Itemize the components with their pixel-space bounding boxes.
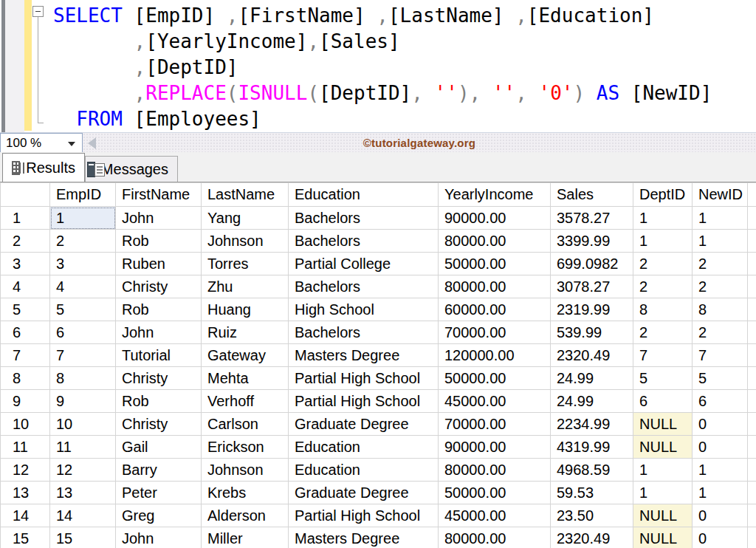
cell-yearlyincome[interactable]: 70000.00 xyxy=(439,413,551,436)
cell-newid[interactable]: 1 xyxy=(693,207,748,230)
cell-firstname[interactable]: Barry xyxy=(116,459,202,482)
row-number[interactable]: 7 xyxy=(1,344,50,367)
cell-empid[interactable]: 12 xyxy=(50,459,116,482)
row-number[interactable]: 13 xyxy=(1,482,50,504)
cell-education[interactable]: Bachelors xyxy=(289,230,439,253)
cell-sales[interactable]: 539.99 xyxy=(551,321,633,344)
cell-deptid[interactable]: 6 xyxy=(633,390,693,413)
cell-education[interactable]: Partial High School xyxy=(289,504,439,527)
cell-yearlyincome[interactable]: 80000.00 xyxy=(439,230,551,253)
cell-empid[interactable]: 5 xyxy=(50,298,116,321)
cell-firstname[interactable]: Ruben xyxy=(116,253,202,275)
row-number[interactable]: 10 xyxy=(1,413,50,436)
cell-lastname[interactable]: Yang xyxy=(202,207,289,230)
cell-education[interactable]: Bachelors xyxy=(289,207,439,230)
tab-results[interactable]: Results xyxy=(2,153,85,182)
row-number[interactable]: 15 xyxy=(1,527,50,548)
cell-deptid[interactable]: 8 xyxy=(633,298,693,321)
cell-lastname[interactable]: Zhu xyxy=(202,275,289,298)
cell-deptid[interactable]: 2 xyxy=(633,275,693,298)
cell-lastname[interactable]: Miller xyxy=(202,527,289,548)
column-header-firstname[interactable]: FirstName xyxy=(116,183,202,207)
cell-deptid[interactable]: NULL xyxy=(633,527,693,548)
cell-sales[interactable]: 3078.27 xyxy=(551,275,633,298)
row-number[interactable]: 1 xyxy=(1,207,50,230)
row-number[interactable]: 2 xyxy=(1,230,50,253)
row-number[interactable]: 6 xyxy=(1,321,50,344)
cell-newid[interactable]: 2 xyxy=(693,275,748,298)
cell-sales[interactable]: 3578.27 xyxy=(551,207,633,230)
cell-yearlyincome[interactable]: 80000.00 xyxy=(439,527,551,548)
cell-lastname[interactable]: Huang xyxy=(202,298,289,321)
cell-lastname[interactable]: Erickson xyxy=(202,436,289,459)
cell-firstname[interactable]: Christy xyxy=(116,367,202,390)
cell-newid[interactable]: 0 xyxy=(693,527,748,548)
cell-firstname[interactable]: Rob xyxy=(116,390,202,413)
cell-lastname[interactable]: Torres xyxy=(202,253,289,275)
cell-lastname[interactable]: Carlson xyxy=(202,413,289,436)
cell-newid[interactable]: 7 xyxy=(693,344,748,367)
cell-empid[interactable]: 3 xyxy=(50,253,116,275)
column-header-lastname[interactable]: LastName xyxy=(202,183,289,207)
select-all-corner[interactable] xyxy=(1,183,50,207)
row-number[interactable]: 3 xyxy=(1,253,50,275)
cell-newid[interactable]: 8 xyxy=(693,298,748,321)
column-header-education[interactable]: Education xyxy=(289,183,439,207)
tab-messages[interactable]: Messages xyxy=(85,156,178,182)
cell-firstname[interactable]: Gail xyxy=(116,436,202,459)
cell-empid[interactable]: 11 xyxy=(50,436,116,459)
cell-sales[interactable]: 59.53 xyxy=(551,482,633,504)
cell-education[interactable]: Masters Degree xyxy=(289,344,439,367)
cell-empid[interactable]: 2 xyxy=(50,230,116,253)
cell-sales[interactable]: 4319.99 xyxy=(551,436,633,459)
cell-deptid[interactable]: NULL xyxy=(633,436,693,459)
cell-firstname[interactable]: John xyxy=(116,321,202,344)
cell-sales[interactable]: 2234.99 xyxy=(551,413,633,436)
cell-yearlyincome[interactable]: 70000.00 xyxy=(439,321,551,344)
cell-sales[interactable]: 2320.49 xyxy=(551,527,633,548)
cell-newid[interactable]: 2 xyxy=(693,321,748,344)
cell-newid[interactable]: 0 xyxy=(693,413,748,436)
cell-empid[interactable]: 14 xyxy=(50,504,116,527)
cell-empid[interactable]: 13 xyxy=(50,482,116,504)
cell-firstname[interactable]: Peter xyxy=(116,482,202,504)
cell-lastname[interactable]: Verhoff xyxy=(202,390,289,413)
cell-empid[interactable]: 1 xyxy=(50,207,116,230)
cell-education[interactable]: Education xyxy=(289,436,439,459)
cell-empid[interactable]: 15 xyxy=(50,527,116,548)
cell-empid[interactable]: 7 xyxy=(50,344,116,367)
cell-education[interactable]: Graduate Degree xyxy=(289,413,439,436)
cell-newid[interactable]: 1 xyxy=(693,230,748,253)
cell-yearlyincome[interactable]: 60000.00 xyxy=(439,298,551,321)
cell-firstname[interactable]: Christy xyxy=(116,275,202,298)
cell-deptid[interactable]: NULL xyxy=(633,413,693,436)
cell-lastname[interactable]: Johnson xyxy=(202,459,289,482)
cell-sales[interactable]: 24.99 xyxy=(551,390,633,413)
column-header-deptid[interactable]: DeptID xyxy=(633,183,693,207)
cell-lastname[interactable]: Ruiz xyxy=(202,321,289,344)
cell-education[interactable]: Partial College xyxy=(289,253,439,275)
cell-sales[interactable]: 2319.99 xyxy=(551,298,633,321)
row-number[interactable]: 5 xyxy=(1,298,50,321)
column-header-sales[interactable]: Sales xyxy=(551,183,633,207)
cell-education[interactable]: Bachelors xyxy=(289,321,439,344)
cell-education[interactable]: Graduate Degree xyxy=(289,482,439,504)
cell-yearlyincome[interactable]: 80000.00 xyxy=(439,459,551,482)
cell-newid[interactable]: 2 xyxy=(693,253,748,275)
row-number[interactable]: 12 xyxy=(1,459,50,482)
row-number[interactable]: 8 xyxy=(1,367,50,390)
cell-yearlyincome[interactable]: 90000.00 xyxy=(439,207,551,230)
cell-newid[interactable]: 0 xyxy=(693,436,748,459)
cell-firstname[interactable]: Rob xyxy=(116,230,202,253)
cell-yearlyincome[interactable]: 50000.00 xyxy=(439,367,551,390)
cell-deptid[interactable]: NULL xyxy=(633,504,693,527)
cell-firstname[interactable]: John xyxy=(116,527,202,548)
cell-education[interactable]: High School xyxy=(289,298,439,321)
cell-deptid[interactable]: 7 xyxy=(633,344,693,367)
cell-sales[interactable]: 4968.59 xyxy=(551,459,633,482)
cell-empid[interactable]: 10 xyxy=(50,413,116,436)
cell-empid[interactable]: 9 xyxy=(50,390,116,413)
column-header-yearlyincome[interactable]: YearlyIncome xyxy=(439,183,551,207)
zoom-dropdown[interactable]: 100 % xyxy=(0,133,83,153)
cell-firstname[interactable]: Tutorial xyxy=(116,344,202,367)
